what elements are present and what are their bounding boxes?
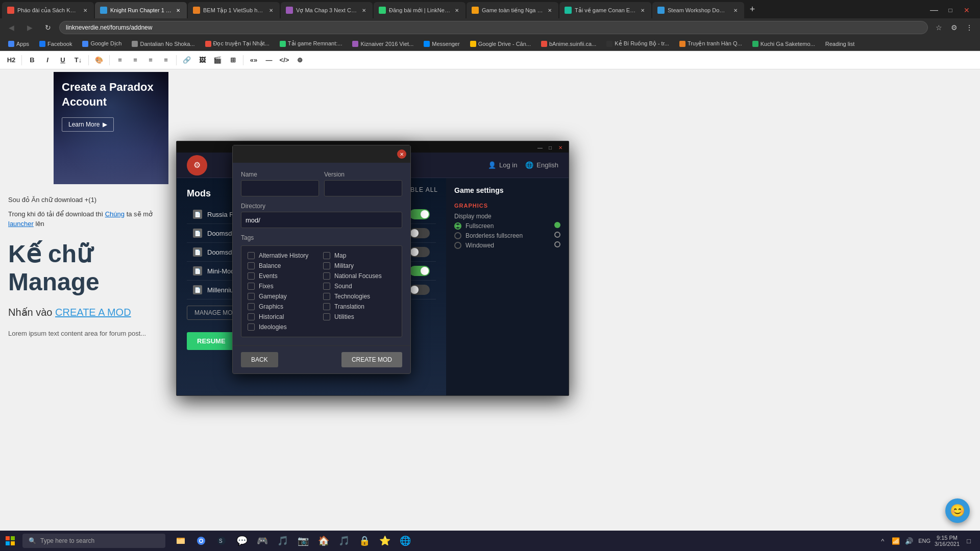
- toolbar-video[interactable]: 🎬: [210, 53, 225, 67]
- language-indicator[interactable]: ENG: [918, 538, 930, 544]
- toolbar-text-style[interactable]: T↓: [71, 53, 85, 67]
- toolbar-align-center[interactable]: ≡: [128, 53, 142, 67]
- bookmark-doc-truyen[interactable]: Đọc truyện Tại Nhật...: [201, 39, 274, 48]
- reload-button[interactable]: ↻: [41, 20, 55, 35]
- toolbar-underline[interactable]: U: [56, 53, 70, 67]
- tag-military[interactable]: Military: [323, 262, 396, 269]
- tag-events-checkbox[interactable]: [248, 272, 255, 280]
- tag-gameplay-checkbox[interactable]: [248, 293, 255, 300]
- version-input[interactable]: [324, 180, 402, 196]
- dialog-close-button[interactable]: ✕: [397, 149, 406, 159]
- toolbar-italic[interactable]: I: [40, 53, 55, 67]
- toolbar-align-left[interactable]: ≡: [113, 53, 127, 67]
- bookmark-apps[interactable]: Apps: [4, 40, 33, 48]
- toolbar-image[interactable]: 🖼: [195, 53, 209, 67]
- address-input[interactable]: [59, 21, 928, 34]
- tab-8[interactable]: Steam Workshop Downloa... ✕: [652, 2, 744, 18]
- taskbar-app-4[interactable]: 💬: [233, 532, 251, 550]
- launcher-maximize[interactable]: □: [546, 143, 554, 152]
- tag-translation[interactable]: Translation: [323, 303, 396, 310]
- create-mod-button[interactable]: CREATE MOD: [341, 352, 402, 367]
- taskbar-app-6[interactable]: 🎵: [274, 532, 292, 550]
- taskbar-app-7[interactable]: 📷: [294, 532, 312, 550]
- tag-graphics-checkbox[interactable]: [248, 303, 255, 310]
- language-button[interactable]: 🌐 English: [525, 161, 558, 169]
- toolbar-bold[interactable]: B: [25, 53, 39, 67]
- tag-balance-checkbox[interactable]: [248, 262, 255, 269]
- tab-3-close[interactable]: ✕: [267, 7, 275, 14]
- bookmark-gdrive[interactable]: Google Drive - Căn...: [466, 40, 535, 48]
- toolbar-link[interactable]: 🔗: [180, 53, 194, 67]
- tag-ideologies-checkbox[interactable]: [248, 323, 255, 331]
- toolbar-color[interactable]: 🎨: [92, 53, 106, 67]
- tag-sound[interactable]: Sound: [323, 283, 396, 290]
- tag-sound-checkbox[interactable]: [323, 283, 330, 290]
- name-input[interactable]: [241, 180, 319, 196]
- forward-button[interactable]: ▶: [22, 20, 37, 35]
- tray-network-icon[interactable]: 📶: [891, 536, 901, 546]
- bookmark-google-dich[interactable]: Google Dịch: [78, 39, 126, 48]
- tag-historical[interactable]: Historical: [248, 313, 320, 320]
- tab-5-close[interactable]: ✕: [453, 7, 460, 14]
- tag-events[interactable]: Events: [248, 272, 320, 280]
- taskbar-app-10[interactable]: 🔒: [355, 532, 374, 550]
- toolbar-table[interactable]: ⊞: [226, 53, 240, 67]
- tag-alt-history-checkbox[interactable]: [248, 252, 255, 259]
- bookmark-kiznaiver[interactable]: Kiznaiver 2016 Viet...: [348, 40, 418, 48]
- bookmark-ke-bi[interactable]: Kẻ Bí Ruồng Bộ - tr...: [602, 39, 673, 48]
- tag-translation-checkbox[interactable]: [323, 303, 330, 310]
- taskbar-app-chrome[interactable]: [192, 532, 210, 550]
- tab-2-close[interactable]: ✕: [175, 7, 182, 14]
- tag-graphics[interactable]: Graphics: [248, 303, 320, 310]
- toolbar-quote[interactable]: «»: [247, 53, 261, 67]
- display-borderless[interactable]: Borderless fullscreen: [454, 232, 560, 239]
- taskbar-app-11[interactable]: ⭐: [376, 532, 394, 550]
- bookmark-truyen-tranh[interactable]: Truyện tranh Hàn Q...: [675, 39, 746, 48]
- toolbar-special[interactable]: ⊕: [292, 53, 307, 67]
- start-button[interactable]: [0, 531, 20, 551]
- mod-toggle-4[interactable]: [409, 266, 430, 276]
- tab-7[interactable]: Tải về game Conan Exiles ... ✕: [559, 2, 651, 18]
- taskbar-search-bar[interactable]: 🔍 Type here to search: [22, 534, 165, 548]
- tag-gameplay[interactable]: Gameplay: [248, 293, 320, 300]
- tab-4-close[interactable]: ✕: [360, 7, 368, 14]
- tag-national-focuses-checkbox[interactable]: [323, 272, 330, 280]
- bookmark-facebook[interactable]: Facebook: [35, 40, 76, 48]
- resume-button[interactable]: RESUME: [187, 332, 236, 350]
- tab-1[interactable]: Pháo đài của Sách Khải Hu... ✕: [2, 2, 94, 18]
- tag-alt-history[interactable]: Alternative History: [248, 252, 320, 259]
- back-button[interactable]: BACK: [241, 352, 278, 367]
- taskbar-app-steam[interactable]: S: [212, 532, 231, 550]
- tag-national-focuses[interactable]: National Focuses: [323, 272, 396, 280]
- tag-technologies[interactable]: Technologies: [323, 293, 396, 300]
- learn-more-button[interactable]: Learn More ▶: [62, 117, 114, 132]
- taskbar-app-12[interactable]: 🌐: [396, 532, 414, 550]
- bookmark-banime[interactable]: bAnime.suinfii.ca...: [537, 40, 600, 48]
- tag-military-checkbox[interactable]: [323, 262, 330, 269]
- tab-7-close[interactable]: ✕: [639, 7, 646, 14]
- tag-utilities-checkbox[interactable]: [323, 313, 330, 320]
- tag-balance[interactable]: Balance: [248, 262, 320, 269]
- bookmark-kuchi[interactable]: Kuchi Ga Saketemo...: [748, 40, 819, 48]
- tag-ideologies[interactable]: Ideologies: [248, 323, 320, 331]
- tab-1-close[interactable]: ✕: [82, 7, 89, 14]
- bookmark-star-icon[interactable]: ☆: [932, 21, 945, 34]
- tab-3[interactable]: BEM Tập 1 VietSub hay... ✕: [188, 2, 280, 18]
- tag-utilities[interactable]: Utilities: [323, 313, 396, 320]
- extensions-icon[interactable]: ⚙: [947, 21, 961, 34]
- mod-toggle-2[interactable]: [409, 228, 430, 238]
- mod-toggle-1[interactable]: [409, 209, 430, 219]
- tray-chevron[interactable]: ^: [877, 536, 888, 546]
- mod-toggle-3[interactable]: [409, 247, 430, 257]
- launcher-close[interactable]: ✕: [556, 143, 565, 152]
- toolbar-code[interactable]: </>: [277, 53, 291, 67]
- tag-fixes[interactable]: Fixes: [248, 283, 320, 290]
- chung-link[interactable]: Chúng: [105, 210, 125, 218]
- directory-input[interactable]: [241, 212, 402, 228]
- bookmark-messenger[interactable]: Messenger: [420, 40, 463, 48]
- taskbar-app-explorer[interactable]: [172, 532, 190, 550]
- mod-toggle-5[interactable]: [409, 285, 430, 295]
- new-tab-button[interactable]: +: [745, 2, 760, 16]
- close-button[interactable]: ✕: [960, 3, 974, 17]
- tag-map[interactable]: Map: [323, 252, 396, 259]
